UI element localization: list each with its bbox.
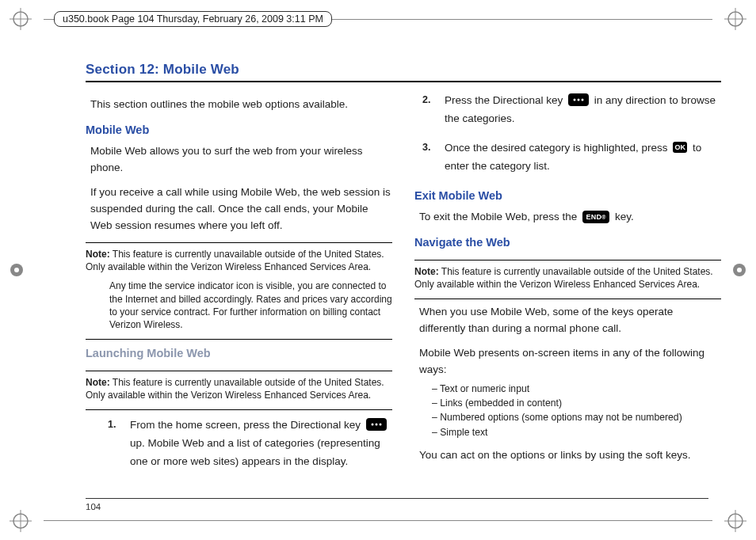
note-label: Note: xyxy=(86,377,110,388)
footer-rule xyxy=(86,498,708,499)
step-text: Press the Directional key xyxy=(445,94,566,106)
step-item: 2. Press the Directional key in any dire… xyxy=(422,92,721,128)
ok-key-icon: OK xyxy=(673,142,687,153)
list-item: Text or numeric input xyxy=(432,382,721,396)
note-block: Note: This feature is currently unavaila… xyxy=(86,248,392,331)
step-text: From the home screen, press the Directio… xyxy=(130,419,364,431)
step-number: 2. xyxy=(422,92,430,108)
step-number: 3. xyxy=(422,139,430,156)
rule xyxy=(414,299,721,299)
note-text: Any time the service indicator icon is v… xyxy=(109,280,392,331)
note-label: Note: xyxy=(86,249,110,260)
end-key-icon: END® xyxy=(582,211,609,223)
note-text: This feature is currently unavailable ou… xyxy=(86,249,384,272)
paragraph: If you receive a call while using Mobile… xyxy=(90,184,392,234)
directional-key-icon xyxy=(366,418,387,431)
note-block: Note: This feature is currently unavaila… xyxy=(414,265,721,291)
crop-side-icon xyxy=(731,261,748,279)
crop-mark-icon xyxy=(724,510,746,532)
step-list: 2. Press the Directional key in any dire… xyxy=(422,92,721,176)
rule xyxy=(414,260,721,260)
frame-line xyxy=(44,520,712,521)
intro-text: This section outlines the mobile web opt… xyxy=(90,97,392,113)
step-number: 1. xyxy=(108,416,116,433)
note-text: This feature is currently unavailable ou… xyxy=(414,266,713,290)
step-item: 1. From the home screen, press the Direc… xyxy=(108,416,392,471)
text: To exit the Mobile Web, press the xyxy=(419,211,580,222)
list-item: Links (embedded in content) xyxy=(432,396,721,410)
rule xyxy=(86,371,392,371)
step-text: up. Mobile Web and a list of categories … xyxy=(130,437,380,467)
page-number: 104 xyxy=(86,502,101,511)
step-text: Once the desired category is highlighted… xyxy=(445,142,670,154)
title-rule xyxy=(86,81,721,82)
heading-navigate: Navigate the Web xyxy=(414,234,721,251)
note-label: Note: xyxy=(414,266,439,277)
rule xyxy=(86,339,392,340)
page-content: Section 12: Mobile Web This section outl… xyxy=(86,62,721,492)
paragraph: Mobile Web presents on-screen items in a… xyxy=(419,345,721,378)
text: key. xyxy=(615,211,634,222)
crop-mark-icon xyxy=(10,510,32,532)
list-item: Simple text xyxy=(432,425,721,439)
step-item: 3. Once the desired category is highligh… xyxy=(422,139,721,176)
directional-key-icon xyxy=(568,93,589,106)
step-list: 1. From the home screen, press the Direc… xyxy=(108,416,392,471)
note-block: Note: This feature is currently unavaila… xyxy=(86,376,392,401)
crop-mark-icon xyxy=(10,8,32,30)
list-item: Numbered options (some options may not b… xyxy=(432,410,721,424)
left-column: This section outlines the mobile web opt… xyxy=(86,92,392,482)
crop-side-icon xyxy=(8,261,25,279)
heading-mobile-web: Mobile Web xyxy=(86,121,392,139)
right-column: 2. Press the Directional key in any dire… xyxy=(414,92,721,482)
framemaker-header: u350.book Page 104 Thursday, February 26… xyxy=(54,11,332,27)
heading-exit: Exit Mobile Web xyxy=(414,187,721,204)
svg-point-13 xyxy=(14,268,19,272)
two-column-layout: This section outlines the mobile web opt… xyxy=(86,92,721,482)
rule xyxy=(86,242,392,243)
svg-point-15 xyxy=(737,268,742,272)
paragraph: Mobile Web allows you to surf the web fr… xyxy=(90,143,392,177)
rule xyxy=(86,409,392,410)
paragraph: When you use Mobile Web, some of the key… xyxy=(419,304,721,337)
paragraph: To exit the Mobile Web, press the END® k… xyxy=(419,209,721,226)
section-title: Section 12: Mobile Web xyxy=(86,62,721,78)
dash-list: Text or numeric input Links (embedded in… xyxy=(432,382,721,439)
paragraph: You can act on the options or links by u… xyxy=(419,447,721,464)
note-text: This feature is currently unavailable ou… xyxy=(86,377,384,401)
heading-launching: Launching Mobile Web xyxy=(86,344,392,362)
crop-mark-icon xyxy=(724,8,746,30)
